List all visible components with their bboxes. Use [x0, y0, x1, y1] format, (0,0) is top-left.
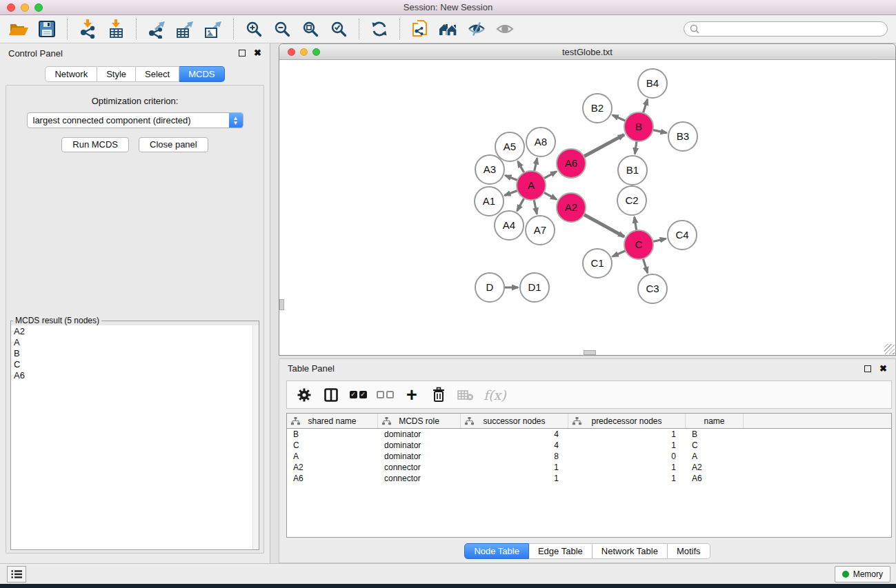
network-node-A7[interactable]: A7 — [526, 216, 555, 245]
table-cell[interactable]: dominator — [378, 429, 461, 439]
float-table-panel-icon[interactable] — [864, 365, 871, 372]
close-table-panel-icon[interactable]: ✖ — [879, 365, 887, 372]
deselect-all-icon[interactable] — [376, 385, 394, 405]
tab-network[interactable]: Network — [45, 66, 97, 82]
table-cell[interactable]: B — [686, 429, 744, 439]
tab-mcds[interactable]: MCDS — [179, 66, 224, 82]
network-node-C1[interactable]: C1 — [583, 249, 612, 278]
network-node-B2[interactable]: B2 — [583, 94, 612, 123]
network-node-A4[interactable]: A4 — [495, 211, 524, 240]
table-cell[interactable]: C — [287, 440, 378, 450]
delete-column-icon[interactable] — [430, 385, 448, 405]
network-node-A[interactable]: A — [517, 171, 546, 200]
mcds-result-list[interactable]: A2ABCA6 — [11, 325, 259, 549]
table-cell[interactable]: dominator — [378, 440, 461, 450]
network-node-A1[interactable]: A1 — [475, 187, 504, 216]
column-header-name[interactable]: name — [686, 414, 744, 428]
minimize-window-button[interactable] — [21, 3, 29, 12]
run-mcds-button[interactable]: Run MCDS — [61, 137, 129, 152]
network-graph[interactable]: B4B2BB3A5A8A6A3B1AA1C2A2A4A7C4CC1C3DD1 — [279, 60, 895, 355]
network-node-C3[interactable]: C3 — [638, 274, 667, 303]
show-all-networks-button[interactable] — [437, 18, 460, 40]
table-cell[interactable]: 1 — [568, 474, 686, 483]
network-node-A5[interactable]: A5 — [495, 132, 524, 161]
table-cell[interactable]: dominator — [378, 452, 461, 461]
table-cell[interactable]: 4 — [461, 440, 568, 450]
table-cell[interactable]: C — [686, 440, 744, 450]
open-session-button[interactable] — [7, 18, 30, 40]
table-cell[interactable]: A — [686, 452, 744, 461]
network-hscroll-thumb[interactable] — [584, 350, 596, 355]
mcds-result-item[interactable]: A — [14, 337, 259, 348]
close-panel-icon[interactable]: ✖ — [254, 50, 261, 57]
settings-gear-icon[interactable] — [295, 385, 313, 405]
network-node-D[interactable]: D — [475, 273, 504, 302]
mcds-result-item[interactable]: C — [14, 359, 259, 370]
table-row-A2[interactable]: A2connector11A2 — [287, 462, 891, 473]
column-header-successor-nodes[interactable]: successor nodes — [461, 414, 568, 428]
zoom-in-button[interactable] — [242, 18, 266, 40]
table-cell[interactable]: 8 — [461, 452, 568, 461]
tab-motifs[interactable]: Motifs — [668, 543, 710, 559]
table-cell[interactable]: connector — [378, 463, 461, 472]
table-row-A[interactable]: Adominator80A — [287, 451, 891, 462]
table-cell[interactable]: A2 — [287, 463, 378, 472]
apply-layout-button[interactable] — [368, 18, 391, 40]
select-all-icon[interactable]: ✓✓ — [349, 385, 367, 405]
close-network-button[interactable] — [288, 48, 295, 56]
network-node-B1[interactable]: B1 — [618, 156, 647, 185]
close-panel-button[interactable]: Close panel — [139, 137, 208, 152]
column-layout-icon[interactable] — [322, 385, 340, 405]
table-cell[interactable]: A6 — [287, 474, 378, 483]
column-header-shared-name[interactable]: shared name — [287, 414, 378, 428]
tab-select[interactable]: Select — [136, 66, 179, 82]
network-node-A8[interactable]: A8 — [526, 128, 555, 156]
tab-edge-table[interactable]: Edge Table — [529, 543, 593, 559]
zoom-out-button[interactable] — [270, 18, 294, 40]
network-node-A6[interactable]: A6 — [557, 149, 586, 178]
network-vscroll-thumb[interactable] — [279, 299, 284, 310]
float-panel-icon[interactable] — [239, 50, 246, 57]
network-node-A2[interactable]: A2 — [557, 193, 586, 222]
tab-node-table[interactable]: Node Table — [464, 543, 529, 559]
table-cell[interactable]: 0 — [568, 452, 686, 461]
save-session-button[interactable] — [35, 18, 59, 40]
export-image-button[interactable] — [201, 18, 225, 40]
mcds-result-item[interactable]: A2 — [14, 326, 259, 337]
table-cell[interactable]: 1 — [461, 463, 568, 472]
add-column-icon[interactable]: + — [403, 385, 421, 405]
table-row-C[interactable]: Cdominator41C — [287, 440, 891, 451]
table-row-A6[interactable]: A6connector11A6 — [287, 473, 891, 484]
zoom-network-button[interactable] — [312, 48, 320, 56]
network-node-B3[interactable]: B3 — [668, 122, 697, 151]
table-row-B[interactable]: Bdominator41B — [287, 429, 891, 440]
hide-selected-button[interactable] — [465, 18, 488, 40]
import-network-button[interactable] — [76, 18, 99, 40]
minimize-network-button[interactable] — [300, 48, 308, 56]
mcds-result-item[interactable]: A6 — [14, 370, 259, 381]
table-cell[interactable]: B — [287, 429, 378, 439]
table-cell[interactable]: A — [287, 452, 378, 461]
table-cell[interactable]: connector — [378, 474, 461, 483]
table-cell[interactable]: A6 — [686, 474, 744, 483]
memory-button[interactable]: Memory — [835, 566, 890, 582]
network-node-C[interactable]: C — [624, 230, 653, 259]
search-input[interactable] — [703, 24, 882, 34]
import-table-button[interactable] — [104, 18, 128, 40]
network-node-A3[interactable]: A3 — [475, 155, 504, 184]
table-cell[interactable]: 4 — [461, 429, 568, 439]
column-header-MCDS-role[interactable]: MCDS role — [378, 414, 461, 428]
zoom-fit-button[interactable] — [299, 18, 322, 40]
task-history-button[interactable] — [7, 566, 26, 582]
criterion-select[interactable]: largest connected component (directed) ▲… — [27, 112, 243, 128]
table-cell[interactable]: 1 — [568, 429, 686, 439]
zoom-window-button[interactable] — [34, 3, 43, 12]
zoom-selected-button[interactable] — [327, 18, 350, 40]
clone-network-button[interactable] — [408, 18, 432, 40]
close-window-button[interactable] — [7, 3, 15, 12]
scrollbar-gutter[interactable] — [252, 325, 259, 549]
mcds-result-item[interactable]: B — [14, 348, 259, 359]
network-node-B4[interactable]: B4 — [638, 69, 667, 98]
tab-style[interactable]: Style — [97, 66, 136, 82]
resize-grip[interactable] — [884, 344, 895, 354]
